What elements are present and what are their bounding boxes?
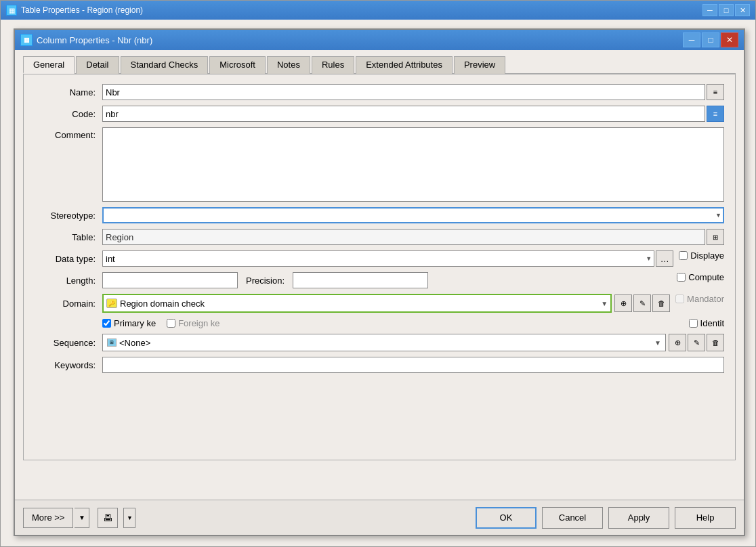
bg-close-button[interactable]: ✕	[735, 4, 750, 16]
print-button[interactable]: 🖶	[98, 508, 118, 528]
primary-ke-item: Primary ke	[102, 318, 156, 328]
domain-right: Mandator	[675, 294, 724, 304]
bg-minimize-button[interactable]: ─	[702, 4, 717, 16]
sequence-properties-button[interactable]: ✎	[688, 334, 705, 351]
tab-preview[interactable]: Preview	[454, 56, 505, 74]
datatype-select-wrapper: int ▼	[102, 250, 654, 267]
precision-label: Precision:	[246, 276, 289, 286]
tab-notes[interactable]: Notes	[267, 56, 310, 74]
more-dropdown-button[interactable]: ▼	[75, 508, 89, 528]
sequence-new-button[interactable]: ⊕	[669, 334, 686, 351]
domain-full-row: Domain: 🔑 Region domain check ▼ ⊕ ✎ 🗑 Ma…	[35, 294, 724, 313]
computed-label: Compute	[688, 272, 724, 282]
name-row: Name: ≡	[35, 84, 724, 100]
keywords-label: Keywords:	[35, 360, 102, 370]
datatype-right: Displaye	[679, 250, 724, 261]
comment-row: Comment:	[35, 127, 724, 202]
more-button[interactable]: More >>	[23, 508, 73, 528]
stereotype-label: Stereotype:	[35, 211, 102, 221]
key-right: Identit	[689, 318, 724, 328]
dialog-title: Column Properties - Nbr (nbr)	[37, 35, 679, 45]
primary-ke-checkbox[interactable]	[102, 319, 111, 328]
column-properties-dialog: ▦ Column Properties - Nbr (nbr) ─ □ ✕ Ge…	[14, 28, 745, 536]
length-precision-row: Length: Precision: Compute	[35, 272, 724, 288]
domain-properties-button[interactable]: ✎	[633, 294, 651, 312]
column-icon: ▦	[20, 34, 33, 46]
keywords-row: Keywords:	[35, 357, 724, 373]
tab-standard-checks[interactable]: Standard Checks	[121, 56, 209, 74]
dialog-minimize-button[interactable]: ─	[683, 32, 700, 47]
dialog-body: General Detail Standard Checks Microsoft…	[15, 50, 744, 466]
help-button[interactable]: Help	[675, 507, 736, 529]
datatype-full-row: Data type: int ▼ … Displaye	[35, 250, 724, 267]
keywords-input[interactable]	[102, 357, 724, 373]
domain-value: Region domain check	[120, 299, 601, 309]
name-label: Name:	[35, 87, 102, 97]
identity-label: Identit	[700, 318, 724, 328]
name-extra-button[interactable]: ≡	[707, 84, 724, 100]
domain-label: Domain:	[35, 299, 102, 309]
table-label: Table:	[35, 232, 102, 242]
domain-icon: 🔑	[106, 299, 117, 308]
stereotype-select-wrapper: ▼	[102, 207, 724, 223]
mandatory-label: Mandator	[687, 294, 724, 304]
domain-clear-button[interactable]: 🗑	[652, 294, 670, 312]
precision-input[interactable]	[293, 272, 428, 288]
print-dropdown-button[interactable]: ▼	[123, 508, 135, 528]
displayed-label: Displaye	[690, 250, 724, 261]
table-row: Table: ⊞	[35, 229, 724, 245]
comment-input[interactable]	[102, 127, 724, 202]
stereotype-select[interactable]	[102, 207, 724, 223]
tab-detail[interactable]: Detail	[76, 56, 119, 74]
sequence-arrow-icon: ▼	[654, 339, 661, 347]
sequence-icon: ⊞	[107, 338, 117, 347]
bg-maximize-button[interactable]: □	[719, 4, 734, 16]
table-icon: ▦	[6, 5, 17, 16]
code-input[interactable]	[102, 106, 705, 122]
domain-select[interactable]: 🔑 Region domain check ▼	[102, 294, 612, 313]
datatype-label: Data type:	[35, 254, 102, 264]
apply-button[interactable]: Apply	[608, 507, 669, 529]
stereotype-row: Stereotype: ▼	[35, 207, 724, 223]
domain-left: Domain: 🔑 Region domain check ▼ ⊕ ✎ 🗑	[35, 294, 670, 313]
foreign-ke-checkbox[interactable]	[167, 319, 175, 328]
code-label: Code:	[35, 109, 102, 119]
length-left: Length: Precision:	[35, 272, 671, 288]
tab-rules[interactable]: Rules	[312, 56, 354, 74]
datatype-select[interactable]: int	[102, 250, 654, 267]
sequence-row: Sequence: ⊞ <None> ▼ ⊕ ✎ 🗑	[35, 334, 724, 351]
dialog-title-bar: ▦ Column Properties - Nbr (nbr) ─ □ ✕	[15, 30, 744, 50]
form-content: Name: ≡ Code: ≡ Comment: Stereotype:	[23, 74, 736, 460]
cancel-button[interactable]: Cancel	[542, 507, 603, 529]
primary-ke-label: Primary ke	[114, 318, 156, 328]
name-input[interactable]	[102, 84, 705, 100]
mandatory-checkbox[interactable]	[675, 294, 684, 303]
domain-dropdown-arrow-icon: ▼	[601, 300, 608, 307]
sequence-label: Sequence:	[35, 338, 102, 348]
dialog-maximize-button[interactable]: □	[702, 32, 719, 47]
dialog-controls: ─ □ ✕	[683, 32, 738, 47]
foreign-ke-label: Foreign ke	[178, 318, 219, 328]
bg-title-bar: ▦ Table Properties - Region (region) ─ □…	[1, 1, 755, 20]
length-label: Length:	[35, 276, 102, 286]
identity-checkbox[interactable]	[689, 319, 698, 328]
domain-new-button[interactable]: ⊕	[614, 294, 632, 312]
length-input[interactable]	[102, 272, 238, 288]
bg-title-controls: ─ □ ✕	[702, 4, 750, 16]
tab-microsoft[interactable]: Microsoft	[209, 56, 266, 74]
ok-button[interactable]: OK	[476, 507, 537, 529]
sequence-value: <None>	[119, 338, 654, 348]
sequence-select[interactable]: ⊞ <None> ▼	[102, 334, 666, 351]
computed-checkbox[interactable]	[677, 273, 686, 282]
displayed-checkbox[interactable]	[679, 251, 688, 260]
key-full-row: Primary ke Foreign ke Identit	[35, 318, 724, 328]
more-button-group: More >> ▼	[23, 508, 89, 528]
tab-general[interactable]: General	[23, 56, 75, 74]
tab-extended-attributes[interactable]: Extended Attributes	[356, 56, 453, 74]
sequence-clear-button[interactable]: 🗑	[707, 334, 724, 351]
datatype-left: Data type: int ▼ …	[35, 250, 673, 267]
table-browse-button[interactable]: ⊞	[707, 229, 724, 245]
code-extra-button[interactable]: ≡	[707, 106, 724, 122]
dialog-close-button[interactable]: ✕	[721, 32, 738, 47]
datatype-browse-button[interactable]: …	[656, 250, 673, 267]
